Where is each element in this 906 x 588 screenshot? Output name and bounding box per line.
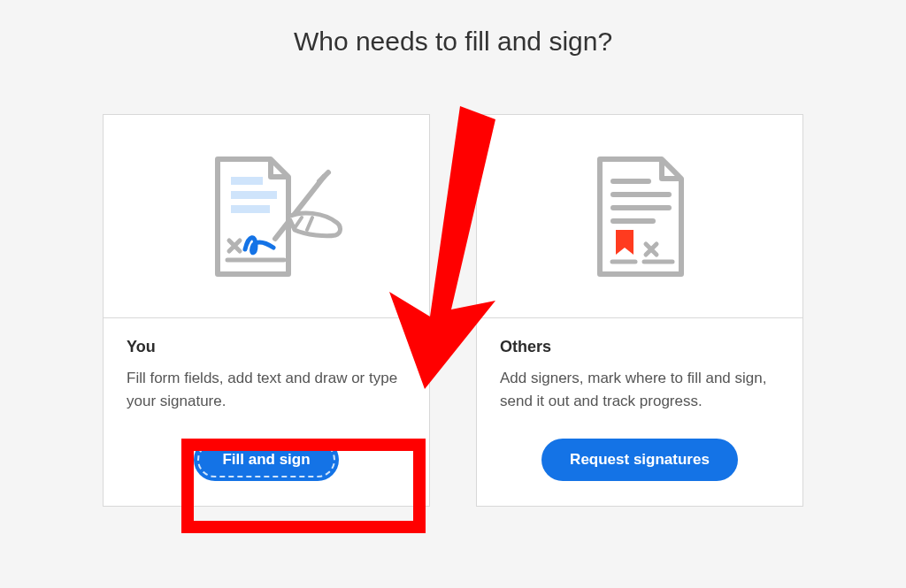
card-you-desc: Fill form fields, add text and draw or t… — [127, 367, 406, 412]
card-others-illustration — [477, 115, 802, 318]
request-signatures-button[interactable]: Request signatures — [541, 439, 738, 481]
cards-row: You Fill form fields, add text and draw … — [103, 114, 803, 507]
svg-rect-0 — [231, 177, 263, 185]
svg-rect-1 — [231, 191, 277, 199]
fill-and-sign-button[interactable]: Fill and sign — [194, 439, 338, 481]
card-others-heading: Others — [500, 338, 779, 356]
card-others-desc: Add signers, mark where to fill and sign… — [500, 367, 779, 412]
page-title: Who needs to fill and sign? — [294, 27, 612, 57]
request-document-icon — [564, 141, 715, 292]
card-you: You Fill form fields, add text and draw … — [103, 114, 430, 507]
card-others: Others Add signers, mark where to fill a… — [476, 114, 803, 507]
svg-rect-2 — [231, 205, 270, 213]
card-you-illustration — [104, 115, 429, 318]
sign-document-icon — [178, 141, 355, 292]
card-you-heading: You — [127, 338, 406, 356]
